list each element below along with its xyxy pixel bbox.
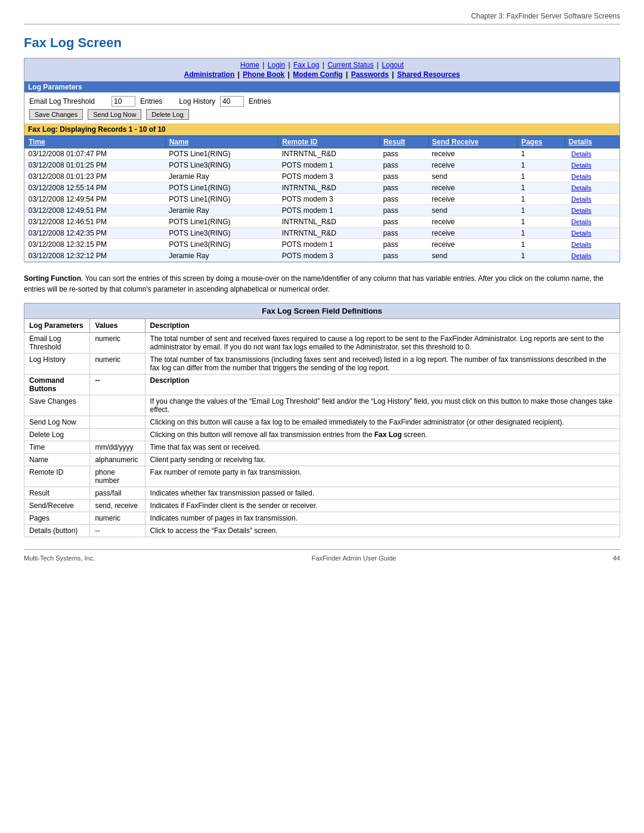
nav-phone-book[interactable]: Phone Book — [243, 70, 284, 79]
table-cell-4: receive — [428, 239, 518, 250]
table-cell-5: 1 — [518, 194, 565, 205]
field-value: phone number — [90, 466, 145, 487]
col-name[interactable]: Name — [165, 136, 278, 148]
table-cell-2: INTRNTNL_R&D — [278, 216, 380, 228]
entries-label1: Entries — [140, 97, 162, 106]
list-item: NamealphanumericClient party sending or … — [24, 454, 620, 466]
nav-administration[interactable]: Administration — [184, 70, 235, 79]
table-cell-2: POTS modem 1 — [278, 239, 380, 250]
details-button[interactable]: Details — [568, 206, 595, 215]
col-remote-id[interactable]: Remote ID — [278, 136, 380, 148]
table-cell-4: receive — [428, 228, 518, 239]
table-cell-3: pass — [379, 216, 428, 228]
table-row: 03/12/2008 12:42:35 PMPOTS Line3(RING)IN… — [25, 228, 620, 239]
details-button[interactable]: Details — [568, 240, 595, 249]
details-button[interactable]: Details — [568, 218, 595, 226]
table-cell-0: 03/12/2008 12:46:51 PM — [25, 216, 166, 228]
table-cell-4: send — [428, 171, 518, 182]
table-cell-2: INTRNTNL_R&D — [278, 182, 380, 194]
col-send-receive[interactable]: Send Receive — [428, 136, 518, 148]
delete-log-button[interactable]: Delete Log — [146, 109, 188, 120]
nav-passwords[interactable]: Passwords — [351, 70, 389, 79]
details-button[interactable]: Details — [568, 172, 595, 181]
table-cell-0: 03/12/2008 01:01:25 PM — [25, 160, 166, 171]
nav-bar: Home | Login | Fax Log | Current Status … — [24, 58, 620, 82]
table-cell-0: 03/12/2008 01:07:47 PM — [25, 148, 166, 160]
table-cell-0: 03/12/2008 12:49:54 PM — [25, 194, 166, 205]
field-param: Result — [24, 487, 90, 500]
table-cell-3: pass — [379, 171, 428, 182]
table-cell-2: POTS modem 3 — [278, 250, 380, 262]
details-cell: Details — [565, 216, 619, 228]
field-desc: Click to access the “Fax Details” screen… — [145, 525, 620, 537]
nav-home[interactable]: Home — [240, 61, 259, 69]
field-param: Pages — [24, 512, 90, 525]
table-row: 03/12/2008 01:01:23 PMJeramie RayPOTS mo… — [25, 171, 620, 182]
col-time[interactable]: Time — [25, 136, 166, 148]
table-cell-1: POTS Line3(RING) — [165, 239, 278, 250]
field-desc: Description — [145, 374, 620, 395]
table-cell-2: POTS modem 1 — [278, 205, 380, 216]
field-desc: Clicking on this button will remove all … — [145, 429, 620, 441]
table-cell-4: receive — [428, 160, 518, 171]
fax-table-header-row: Time Name Remote ID Result Send Receive … — [25, 136, 620, 148]
log-history-input[interactable] — [220, 96, 244, 107]
table-cell-1: POTS Line3(RING) — [165, 228, 278, 239]
log-params-body: Email Log Threshold Entries Log History … — [24, 92, 620, 124]
table-cell-1: Jeramie Ray — [165, 171, 278, 182]
field-value: numeric — [90, 354, 145, 374]
details-button[interactable]: Details — [568, 150, 595, 158]
table-cell-5: 1 — [518, 171, 565, 182]
nav-shared-resources[interactable]: Shared Resources — [397, 70, 460, 79]
sorting-description: Sorting Function. You can sort the entri… — [24, 273, 620, 295]
col-details[interactable]: Details — [565, 136, 619, 148]
footer-left: Multi-Tech Systems, Inc. — [24, 555, 95, 562]
list-item: Log HistorynumericThe total number of fa… — [24, 354, 620, 374]
nav-logout[interactable]: Logout — [382, 61, 404, 69]
table-row: 03/12/2008 12:32:12 PMJeramie RayPOTS mo… — [25, 250, 620, 262]
table-cell-4: receive — [428, 194, 518, 205]
nav-faxlog[interactable]: Fax Log — [293, 61, 319, 69]
details-button[interactable]: Details — [568, 229, 595, 237]
log-params-header: Log Parameters — [24, 82, 620, 92]
table-cell-0: 03/12/2008 12:55:14 PM — [25, 182, 166, 194]
nav-login[interactable]: Login — [268, 61, 285, 69]
field-value: send, receive — [90, 500, 145, 512]
table-cell-5: 1 — [518, 205, 565, 216]
table-row: 03/12/2008 12:55:14 PMPOTS Line1(RING)IN… — [25, 182, 620, 194]
email-threshold-input[interactable] — [112, 96, 135, 107]
field-value: -- — [90, 525, 145, 537]
list-item: Email LogThresholdnumericThe total numbe… — [24, 333, 620, 354]
col-pages[interactable]: Pages — [518, 136, 565, 148]
details-button[interactable]: Details — [568, 252, 595, 260]
table-cell-5: 1 — [518, 250, 565, 262]
details-button[interactable]: Details — [568, 184, 595, 192]
nav-current-status[interactable]: Current Status — [327, 61, 373, 69]
details-cell: Details — [565, 171, 619, 182]
details-cell: Details — [565, 239, 619, 250]
table-cell-1: POTS Line1(RING) — [165, 194, 278, 205]
table-cell-3: pass — [379, 182, 428, 194]
field-param: Email LogThreshold — [24, 333, 90, 354]
details-cell: Details — [565, 228, 619, 239]
footer: Multi-Tech Systems, Inc. FaxFinder Admin… — [24, 549, 620, 562]
field-defs-col-param: Log Parameters — [24, 319, 90, 333]
table-cell-4: receive — [428, 182, 518, 194]
field-param: Name — [24, 454, 90, 466]
nav-modem-config[interactable]: Modem Config — [293, 70, 342, 79]
log-history-label: Log History — [179, 97, 215, 106]
table-cell-2: POTS modem 1 — [278, 160, 380, 171]
entries-label2: Entries — [249, 97, 271, 106]
save-changes-button[interactable]: Save Changes — [29, 109, 83, 120]
field-value: -- — [90, 374, 145, 395]
table-cell-2: INTRNTNL_R&D — [278, 228, 380, 239]
details-button[interactable]: Details — [568, 161, 595, 169]
col-result[interactable]: Result — [379, 136, 428, 148]
field-desc: Client party sending or receiving fax. — [145, 454, 620, 466]
nav-bottom-row: Administration | Phone Book | Modem Conf… — [24, 70, 620, 79]
list-item: Remote IDphone numberFax number of remot… — [24, 466, 620, 487]
send-log-now-button[interactable]: Send Log Now — [88, 109, 141, 120]
details-button[interactable]: Details — [568, 195, 595, 203]
field-defs-title: Fax Log Screen Field Definitions — [24, 303, 620, 318]
list-item: Timemm/dd/yyyyTime that fax was sent or … — [24, 441, 620, 454]
